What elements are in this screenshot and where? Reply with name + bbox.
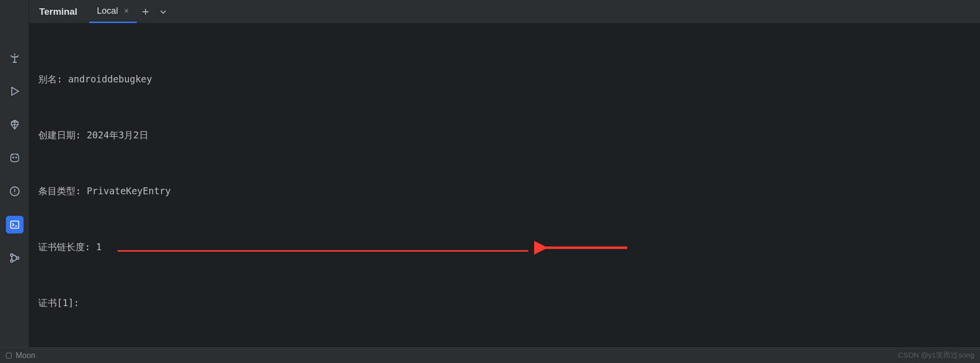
terminal-output[interactable]: 别名: androiddebugkey 创建日期: 2024年3月2日 条目类型…: [29, 24, 980, 347]
svg-point-0: [13, 157, 14, 158]
output-line: 创建日期: 2024年3月2日: [38, 126, 980, 144]
new-tab-icon[interactable]: [137, 3, 154, 21]
logcat-icon[interactable]: [6, 149, 24, 167]
status-left[interactable]: Moon: [6, 351, 35, 360]
chevron-down-icon[interactable]: [154, 3, 172, 21]
problems-icon[interactable]: [6, 182, 24, 200]
panel-title: Terminal: [39, 6, 89, 17]
status-project: Moon: [16, 351, 35, 360]
output-line: 证书[1]:: [38, 293, 980, 312]
svg-rect-3: [10, 221, 19, 229]
debug-icon[interactable]: [6, 116, 24, 133]
close-icon[interactable]: ×: [124, 6, 129, 16]
output-line: 证书链长度: 1: [38, 237, 980, 256]
output-line: 条目类型: PrivateKeyEntry: [38, 182, 980, 200]
sidebar: [0, 0, 29, 347]
output-line: 别名: androiddebugkey: [38, 70, 980, 88]
svg-point-4: [10, 254, 13, 257]
run-icon[interactable]: [6, 82, 24, 100]
svg-point-5: [10, 260, 13, 262]
watermark: CSDN @y1笑而过song: [898, 351, 974, 360]
tab-label: Local: [97, 6, 118, 16]
tab-local[interactable]: Local ×: [89, 0, 137, 23]
terminal-icon[interactable]: [6, 216, 24, 233]
terminal-tabbar: Terminal Local ×: [29, 0, 980, 24]
vcs-icon[interactable]: [6, 249, 24, 267]
checkbox-icon: [6, 353, 12, 359]
svg-point-1: [16, 157, 17, 158]
build-icon[interactable]: [6, 49, 24, 67]
statusbar: Moon CSDN @y1笑而过song: [0, 347, 980, 363]
